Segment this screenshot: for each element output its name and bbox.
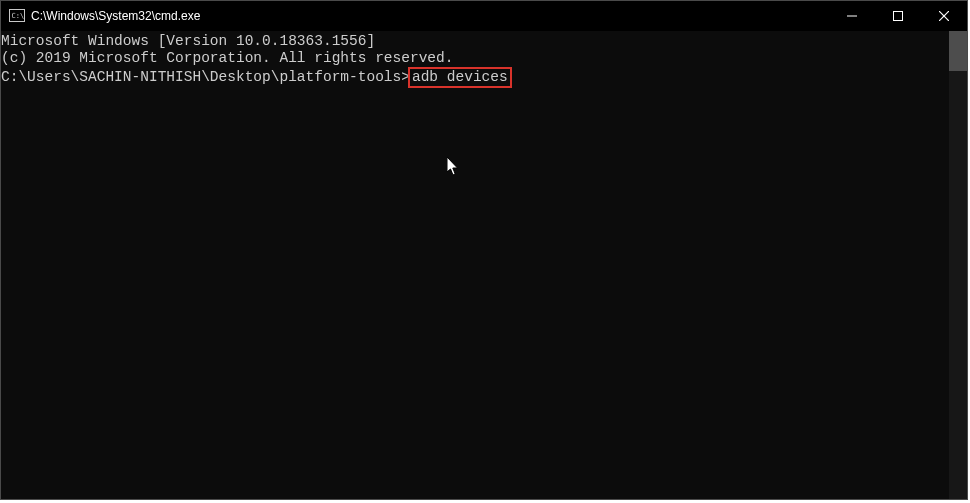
terminal-line: Microsoft Windows [Version 10.0.18363.15… bbox=[1, 33, 949, 50]
close-button[interactable] bbox=[921, 1, 967, 31]
terminal-prompt-line: C:\Users\SACHIN-NITHISH\Desktop\platform… bbox=[1, 67, 949, 88]
terminal-line: (c) 2019 Microsoft Corporation. All righ… bbox=[1, 50, 949, 67]
cmd-window: C:\ C:\Windows\System32\cmd.exe bbox=[0, 0, 968, 500]
cmd-icon: C:\ bbox=[9, 8, 25, 24]
minimize-icon bbox=[847, 11, 857, 21]
window-title: C:\Windows\System32\cmd.exe bbox=[31, 9, 200, 23]
terminal-command: adb devices bbox=[412, 69, 508, 85]
client-area: Microsoft Windows [Version 10.0.18363.15… bbox=[1, 31, 967, 499]
vertical-scrollbar[interactable] bbox=[949, 31, 967, 499]
minimize-button[interactable] bbox=[829, 1, 875, 31]
scrollbar-thumb[interactable] bbox=[949, 31, 967, 71]
titlebar[interactable]: C:\ C:\Windows\System32\cmd.exe bbox=[1, 1, 967, 31]
svg-text:C:\: C:\ bbox=[12, 12, 25, 20]
maximize-icon bbox=[893, 11, 903, 21]
close-icon bbox=[939, 11, 949, 21]
maximize-button[interactable] bbox=[875, 1, 921, 31]
svg-rect-3 bbox=[894, 12, 903, 21]
terminal-prompt: C:\Users\SACHIN-NITHISH\Desktop\platform… bbox=[1, 69, 410, 85]
command-highlight: adb devices bbox=[408, 67, 512, 88]
terminal-output[interactable]: Microsoft Windows [Version 10.0.18363.15… bbox=[1, 31, 949, 499]
window-controls bbox=[829, 1, 967, 31]
